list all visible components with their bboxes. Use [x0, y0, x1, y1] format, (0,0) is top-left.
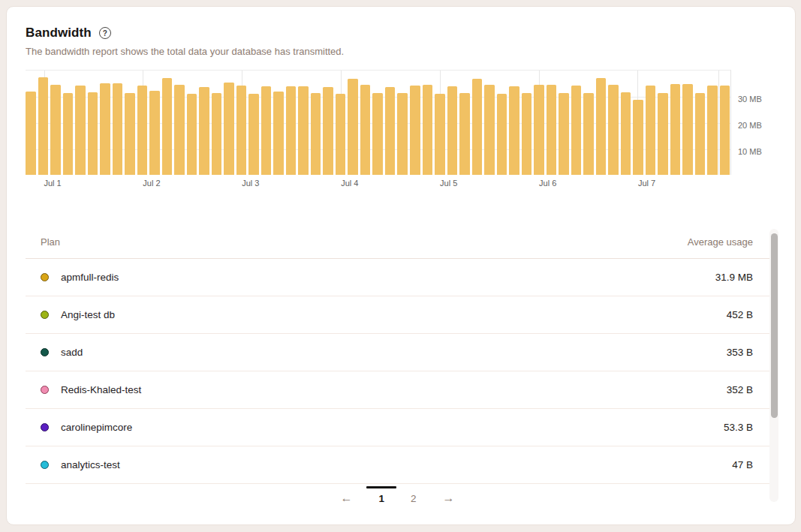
bandwidth-chart: Jul 1Jul 2Jul 3Jul 4Jul 5Jul 6Jul 7 30 M… — [26, 70, 776, 191]
chart-bar[interactable] — [162, 78, 173, 175]
chart-bar[interactable] — [559, 93, 569, 175]
chart-bar[interactable] — [199, 87, 209, 175]
chart-bar[interactable] — [633, 100, 643, 175]
plan-usage-table-section: Plan Average usage apmfull-redis31.9 MBA… — [26, 226, 778, 484]
y-tick-label: 10 MB — [738, 147, 762, 156]
chart-bar[interactable] — [583, 93, 594, 176]
x-tick-label: Jul 6 — [539, 179, 556, 188]
chart-bar[interactable] — [137, 86, 148, 175]
chart-bar[interactable] — [497, 94, 507, 176]
chart-bar[interactable] — [423, 85, 433, 175]
vertical-scrollbar-track[interactable] — [769, 229, 778, 502]
plan-name: Redis-Khaled-test — [61, 384, 141, 395]
chart-plot-area[interactable] — [26, 70, 731, 175]
page-number-2[interactable]: 2 — [408, 491, 420, 506]
chart-bar[interactable] — [410, 86, 420, 175]
plan-name: sadd — [61, 347, 83, 358]
chart-bar[interactable] — [50, 85, 61, 175]
chart-bar[interactable] — [125, 93, 135, 175]
chart-bar[interactable] — [212, 93, 222, 175]
chart-bar[interactable] — [100, 83, 110, 175]
x-tick-label: Jul 2 — [143, 179, 160, 188]
chart-bar[interactable] — [174, 85, 185, 175]
table-viewport: Plan Average usage apmfull-redis31.9 MBA… — [26, 226, 769, 484]
chart-bar[interactable] — [670, 84, 681, 175]
x-tick-label: Jul 7 — [638, 179, 655, 188]
chart-bar[interactable] — [88, 92, 98, 175]
table-row[interactable]: sadd353 B — [26, 334, 769, 371]
chart-bar[interactable] — [248, 94, 259, 175]
chart-bar[interactable] — [720, 86, 730, 175]
chart-bar[interactable] — [447, 86, 458, 175]
chart-bar[interactable] — [459, 93, 470, 175]
chart-bar[interactable] — [261, 86, 272, 175]
average-usage-value: 53.3 B — [724, 422, 753, 433]
table-row[interactable]: carolinepimcore53.3 B — [26, 409, 769, 446]
plan-color-dot-icon — [41, 348, 49, 356]
chart-bar[interactable] — [682, 84, 693, 176]
page-title: Bandwidth — [26, 26, 92, 41]
chart-bar[interactable] — [236, 86, 247, 175]
plan-color-dot-icon — [41, 461, 49, 469]
chart-bar[interactable] — [273, 92, 284, 175]
chart-bar[interactable] — [472, 79, 483, 176]
page-number-1[interactable]: 1 — [375, 491, 387, 506]
chart-bar[interactable] — [397, 93, 408, 175]
chart-bar[interactable] — [646, 86, 656, 175]
chart-bar[interactable] — [372, 93, 383, 175]
chart-bar[interactable] — [336, 94, 346, 176]
table-row[interactable]: apmfull-redis31.9 MB — [26, 259, 769, 296]
x-tick-label: Jul 5 — [440, 179, 457, 188]
plan-name: apmfull-redis — [61, 272, 119, 283]
plan-cell: sadd — [41, 347, 83, 358]
chart-bar[interactable] — [621, 92, 631, 175]
chart-bar[interactable] — [298, 86, 309, 175]
plan-cell: Angi-test db — [41, 309, 115, 320]
chart-bar[interactable] — [348, 79, 358, 175]
chart-bar[interactable] — [63, 93, 74, 175]
chart-x-axis: Jul 1Jul 2Jul 3Jul 4Jul 5Jul 6Jul 7 — [26, 175, 731, 191]
chart-bar[interactable] — [224, 83, 234, 176]
chart-bar[interactable] — [534, 85, 544, 175]
chart-bar[interactable] — [38, 77, 49, 176]
x-tick-label: Jul 4 — [341, 179, 358, 188]
chart-bar[interactable] — [522, 93, 532, 175]
chart-bar[interactable] — [75, 86, 86, 175]
chart-bar[interactable] — [323, 87, 333, 175]
x-tick-label: Jul 1 — [44, 179, 61, 188]
chart-bar[interactable] — [286, 86, 297, 175]
chart-bar[interactable] — [707, 86, 718, 175]
previous-page-arrow-icon[interactable]: ← — [337, 491, 355, 506]
chart-bar[interactable] — [385, 87, 396, 175]
vertical-scrollbar-thumb[interactable] — [771, 233, 778, 418]
chart-bar[interactable] — [509, 86, 519, 175]
chart-bar[interactable] — [26, 92, 36, 175]
column-header-plan: Plan — [41, 236, 60, 248]
table-row[interactable]: Redis-Khaled-test352 B — [26, 371, 769, 409]
table-row[interactable]: Angi-test db452 B — [26, 296, 769, 334]
chart-bar[interactable] — [149, 91, 160, 175]
chart-bar[interactable] — [658, 93, 668, 176]
chart-bar[interactable] — [547, 85, 557, 175]
plan-color-dot-icon — [41, 311, 49, 319]
chart-bar[interactable] — [484, 85, 495, 175]
chart-bar[interactable] — [311, 93, 321, 175]
chart-bars — [26, 71, 730, 175]
chart-bar[interactable] — [113, 83, 123, 175]
chart-bar[interactable] — [571, 86, 582, 175]
page-numbers: 12 — [375, 491, 419, 506]
chart-bar[interactable] — [360, 85, 371, 175]
chart-bar[interactable] — [596, 78, 607, 175]
chart-bar[interactable] — [608, 85, 619, 175]
table-row[interactable]: analytics-test47 B — [26, 446, 769, 484]
help-icon[interactable]: ? — [99, 27, 111, 39]
chart-bar[interactable] — [187, 94, 197, 175]
plan-color-dot-icon — [41, 386, 49, 394]
column-header-average-usage: Average usage — [688, 236, 753, 248]
bandwidth-card: Bandwidth ? The bandwidth report shows t… — [6, 6, 796, 525]
next-page-arrow-icon[interactable]: → — [440, 491, 458, 506]
average-usage-value: 31.9 MB — [715, 272, 753, 283]
chart-bar[interactable] — [435, 94, 445, 176]
chart-bar[interactable] — [695, 93, 706, 175]
plan-name: analytics-test — [61, 459, 120, 470]
